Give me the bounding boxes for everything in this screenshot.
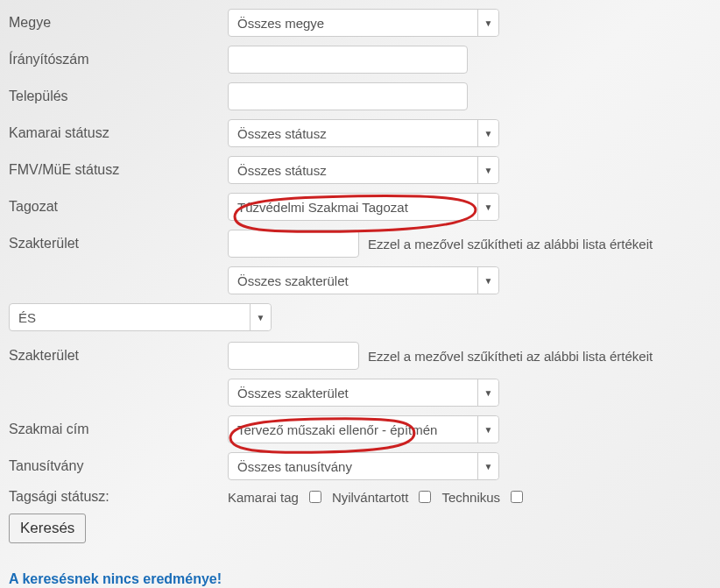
select-megye[interactable]: Összes megye bbox=[228, 9, 499, 37]
select-tagozat[interactable]: Tűzvédelmi Szakmai Tagozat bbox=[228, 193, 499, 221]
checkbox-label-nyilvantartott: Nyilvántartott bbox=[332, 490, 409, 505]
label-megye: Megye bbox=[9, 15, 228, 31]
label-telepules: Település bbox=[9, 89, 228, 104]
label-tagozat: Tagozat bbox=[9, 199, 228, 215]
input-szakterulet2-filter[interactable] bbox=[228, 342, 359, 370]
label-fmv-mue-statusz: FMV/MüE státusz bbox=[9, 162, 228, 178]
input-telepules[interactable] bbox=[228, 82, 468, 110]
select-szakmai-cim[interactable]: Tervező műszaki ellenőr - építmén bbox=[228, 415, 499, 443]
select-tanusitvany[interactable]: Összes tanusítvány bbox=[228, 452, 499, 480]
checkbox-kamarai-tag[interactable] bbox=[309, 491, 321, 503]
checkbox-label-technikus: Technikus bbox=[441, 490, 500, 505]
input-szakterulet-filter[interactable] bbox=[228, 230, 359, 258]
search-button[interactable]: Keresés bbox=[9, 514, 86, 543]
select-szakterulet-list[interactable]: Összes szakterület bbox=[228, 266, 499, 294]
label-tanusitvany: Tanusítvány bbox=[9, 458, 228, 474]
select-logic-operator[interactable]: ÉS bbox=[9, 303, 272, 331]
select-szakterulet-list2[interactable]: Összes szakterület bbox=[228, 379, 499, 407]
checkbox-nyilvantartott[interactable] bbox=[419, 491, 431, 503]
helper-szakterulet: Ezzel a mezővel szűkítheti az alábbi lis… bbox=[368, 237, 653, 251]
checkbox-technikus[interactable] bbox=[511, 491, 523, 503]
label-szakterulet: Szakterület bbox=[9, 236, 228, 251]
select-kamarai-statusz[interactable]: Összes státusz bbox=[228, 119, 499, 147]
label-iranyitoszam: Írányítószám bbox=[9, 52, 228, 67]
input-iranyitoszam[interactable] bbox=[228, 46, 468, 74]
label-tagsagi-statusz: Tagsági státusz: bbox=[9, 489, 228, 505]
label-szakmai-cim: Szakmai cím bbox=[9, 422, 228, 437]
no-results-message: A keresésnek nincs eredménye! bbox=[9, 571, 711, 587]
helper-szakterulet2: Ezzel a mezővel szűkítheti az alábbi lis… bbox=[368, 349, 653, 364]
checkbox-label-kamarai-tag: Kamarai tag bbox=[228, 490, 299, 505]
label-kamarai-statusz: Kamarai státusz bbox=[9, 125, 228, 141]
label-szakterulet2: Szakterület bbox=[9, 348, 228, 364]
select-fmv-mue-statusz[interactable]: Összes státusz bbox=[228, 156, 499, 184]
